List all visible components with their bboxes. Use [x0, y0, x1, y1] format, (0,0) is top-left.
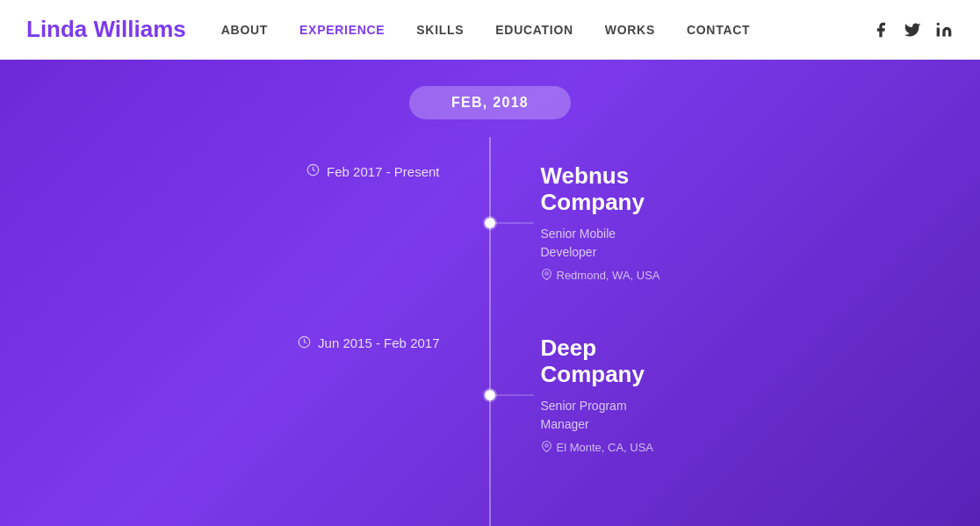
- header: Linda Williams ABOUT EXPERIENCE SKILLS E…: [0, 0, 980, 60]
- clock-icon-2: [298, 335, 311, 351]
- entry-2-date: Jun 2015 - Feb 2017: [298, 335, 439, 351]
- date-badge: FEB, 2018: [409, 86, 571, 119]
- nav-education[interactable]: EDUCATION: [495, 23, 573, 37]
- entry-1-role: Senior Mobile Developer: [541, 225, 660, 262]
- twitter-icon[interactable]: [903, 20, 922, 40]
- pin-icon-2: [541, 441, 552, 455]
- experience-section: FEB, 2018 Feb 2017 - Present Webnus: [0, 60, 980, 526]
- entry-1-date: Feb 2017 - Present: [306, 163, 439, 179]
- nav-works[interactable]: WORKS: [605, 23, 655, 37]
- nav-skills[interactable]: SKILLS: [416, 23, 464, 37]
- entry-2-left: Jun 2015 - Feb 2017: [0, 335, 475, 351]
- nav-contact[interactable]: CONTACT: [687, 23, 750, 37]
- facebook-icon[interactable]: [871, 20, 890, 40]
- entry-1-left: Feb 2017 - Present: [0, 163, 475, 179]
- timeline-entry-2: Jun 2015 - Feb 2017 Deep Company Senior …: [0, 309, 980, 481]
- svg-point-0: [937, 22, 940, 25]
- entry-2-role: Senior Program Manager: [541, 397, 654, 434]
- main-nav: ABOUT EXPERIENCE SKILLS EDUCATION WORKS …: [221, 23, 871, 37]
- svg-point-2: [544, 272, 547, 275]
- timeline-entry-1: Feb 2017 - Present Webnus Company Senior…: [0, 137, 980, 309]
- entry-2-content: Deep Company Senior Program Manager El M…: [541, 335, 654, 455]
- entry-1-right: Webnus Company Senior Mobile Developer R…: [475, 163, 981, 283]
- timeline: Feb 2017 - Present Webnus Company Senior…: [0, 137, 980, 526]
- entry-1-company: Webnus Company: [541, 163, 660, 216]
- entry-2-dot: [485, 390, 495, 400]
- entry-2-right: Deep Company Senior Program Manager El M…: [475, 335, 981, 455]
- timeline-entries: Feb 2017 - Present Webnus Company Senior…: [0, 137, 980, 481]
- entry-1-dot: [485, 218, 495, 228]
- entry-2-company: Deep Company: [541, 335, 654, 388]
- entry-1-connector: [490, 222, 534, 223]
- entry-2-connector: [490, 394, 534, 395]
- svg-point-4: [544, 443, 547, 446]
- social-links: [871, 20, 954, 40]
- entry-1-location: Redmond, WA, USA: [541, 269, 660, 283]
- nav-experience[interactable]: EXPERIENCE: [299, 23, 385, 37]
- entry-2-location: El Monte, CA, USA: [541, 441, 654, 455]
- nav-about[interactable]: ABOUT: [221, 23, 268, 37]
- entry-1-content: Webnus Company Senior Mobile Developer R…: [541, 163, 660, 283]
- linkedin-icon[interactable]: [934, 20, 954, 40]
- clock-icon-1: [306, 163, 320, 179]
- site-name[interactable]: Linda Williams: [26, 16, 186, 43]
- pin-icon-1: [541, 269, 552, 283]
